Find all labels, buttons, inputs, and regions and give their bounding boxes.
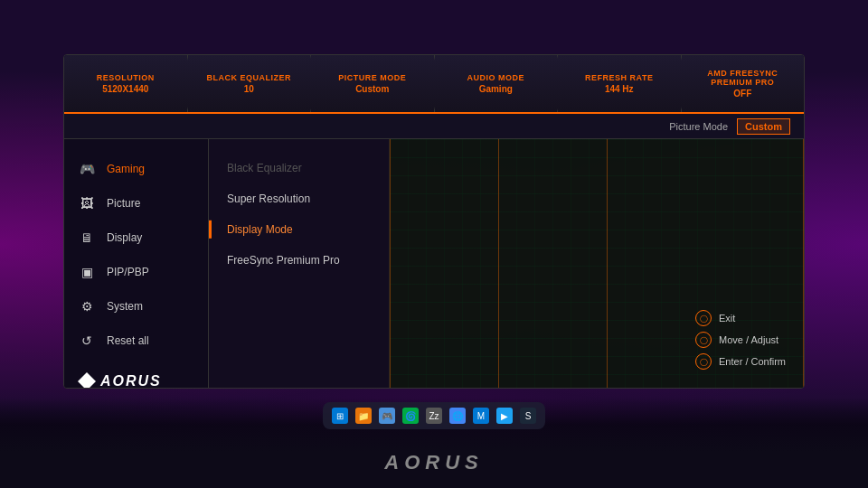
header-label-3: Audio Mode bbox=[467, 73, 525, 82]
header-value-5: OFF bbox=[733, 89, 751, 99]
sidebar-logo-area: AORUS bbox=[64, 359, 208, 389]
control-item-1: ◯ Move / Adjust bbox=[695, 332, 786, 348]
panel-line-3 bbox=[607, 139, 608, 388]
header-label-4: Refresh Rate bbox=[585, 73, 653, 82]
control-item-2: ◯ Enter / Confirm bbox=[695, 353, 786, 370]
sidebar-label-5: Reset all bbox=[107, 334, 149, 347]
taskbar-icon-0[interactable]: ⊞ bbox=[332, 408, 348, 424]
sidebar-item-display[interactable]: 🖥 Display bbox=[64, 221, 208, 254]
header-label-1: Black Equalizer bbox=[207, 73, 292, 82]
menu-item-super-resolution[interactable]: Super Resolution bbox=[209, 183, 389, 214]
header-item-4: Refresh Rate 144 Hz bbox=[558, 55, 682, 112]
sidebar-icon-4: ⚙ bbox=[78, 297, 96, 315]
control-label-0: Exit bbox=[719, 313, 735, 324]
breadcrumb-label: Picture Mode bbox=[669, 121, 728, 132]
sidebar-item-picture[interactable]: 🖼 Picture bbox=[64, 187, 208, 220]
sidebar-label-4: System bbox=[107, 300, 143, 313]
aorus-logo-text: AORUS bbox=[100, 373, 162, 389]
header-value-4: 144 Hz bbox=[605, 84, 634, 94]
taskbar: ⊞📁🎮🌀Zz🌐M▶S bbox=[323, 402, 545, 429]
taskbar-icon-2[interactable]: 🎮 bbox=[379, 408, 395, 424]
controls-hint: ◯ Exit ◯ Move / Adjust ◯ Enter / Confirm bbox=[695, 310, 786, 370]
control-icon-2: ◯ bbox=[695, 353, 712, 370]
osd-sidebar: 🎮 Gaming 🖼 Picture 🖥 Display ▣ PIP/PBP ⚙… bbox=[64, 139, 209, 388]
sidebar-icon-1: 🖼 bbox=[78, 194, 96, 212]
aorus-logo: AORUS bbox=[78, 372, 162, 389]
header-item-0: Resolution 5120X1440 bbox=[64, 55, 188, 112]
sidebar-item-pip/pbp[interactable]: ▣ PIP/PBP bbox=[64, 256, 208, 288]
sidebar-label-3: PIP/PBP bbox=[107, 266, 149, 278]
taskbar-icon-5[interactable]: 🌐 bbox=[449, 408, 466, 424]
header-value-0: 5120X1440 bbox=[102, 84, 148, 94]
sidebar-label-2: Display bbox=[107, 231, 142, 244]
monitor-brand-label: AORUS bbox=[384, 451, 483, 474]
taskbar-icon-4[interactable]: Zz bbox=[426, 408, 442, 424]
osd-breadcrumb: Picture Mode Custom bbox=[64, 114, 804, 139]
sidebar-icon-0: 🎮 bbox=[78, 160, 96, 178]
taskbar-icon-1[interactable]: 📁 bbox=[355, 408, 372, 424]
osd-header: Resolution 5120X1440 Black Equalizer 10 … bbox=[64, 55, 804, 114]
osd-container: Resolution 5120X1440 Black Equalizer 10 … bbox=[63, 54, 805, 389]
panel-line-4 bbox=[803, 139, 804, 388]
taskbar-icon-3[interactable]: 🌀 bbox=[402, 408, 419, 424]
header-label-0: Resolution bbox=[97, 73, 155, 82]
panel-line-2 bbox=[498, 139, 499, 388]
breadcrumb-value: Custom bbox=[737, 118, 790, 135]
sidebar-icon-5: ↺ bbox=[78, 332, 96, 350]
control-item-0: ◯ Exit bbox=[695, 310, 786, 326]
taskbar-icon-7[interactable]: ▶ bbox=[496, 408, 513, 424]
panel-line-1 bbox=[390, 139, 391, 388]
control-icon-0: ◯ bbox=[695, 310, 712, 326]
sidebar-icon-2: 🖥 bbox=[78, 229, 96, 247]
menu-item-display-mode[interactable]: Display Mode bbox=[209, 214, 389, 245]
osd-menu: Black EqualizerSuper ResolutionDisplay M… bbox=[209, 139, 390, 388]
header-value-3: Gaming bbox=[479, 84, 513, 94]
sidebar-item-reset-all[interactable]: ↺ Reset all bbox=[64, 324, 208, 357]
osd-panel: ◯ Exit ◯ Move / Adjust ◯ Enter / Confirm bbox=[390, 139, 804, 388]
header-label-5: AMD FreeSync Premium Pro bbox=[691, 69, 796, 87]
header-item-5: AMD FreeSync Premium Pro OFF bbox=[682, 55, 805, 112]
sidebar-label-0: Gaming bbox=[107, 163, 145, 175]
sidebar-label-1: Picture bbox=[107, 197, 140, 210]
sidebar-icon-3: ▣ bbox=[78, 263, 96, 281]
sidebar-item-gaming[interactable]: 🎮 Gaming bbox=[64, 153, 208, 185]
taskbar-icon-8[interactable]: S bbox=[520, 408, 536, 424]
control-icon-1: ◯ bbox=[695, 332, 712, 348]
menu-item-black-equalizer: Black Equalizer bbox=[209, 153, 389, 183]
osd-body: 🎮 Gaming 🖼 Picture 🖥 Display ▣ PIP/PBP ⚙… bbox=[64, 139, 804, 388]
header-value-1: 10 bbox=[244, 84, 254, 94]
header-label-2: Picture Mode bbox=[338, 73, 406, 82]
header-item-1: Black Equalizer 10 bbox=[188, 55, 312, 112]
header-item-3: Audio Mode Gaming bbox=[435, 55, 559, 112]
control-label-1: Move / Adjust bbox=[719, 334, 778, 345]
taskbar-icon-6[interactable]: M bbox=[473, 408, 489, 424]
control-label-2: Enter / Confirm bbox=[719, 356, 786, 367]
sidebar-item-system[interactable]: ⚙ System bbox=[64, 290, 208, 323]
menu-item-freesync-premium-pro[interactable]: FreeSync Premium Pro bbox=[209, 245, 389, 276]
header-item-2: Picture Mode Custom bbox=[311, 55, 435, 112]
header-value-2: Custom bbox=[355, 84, 389, 94]
